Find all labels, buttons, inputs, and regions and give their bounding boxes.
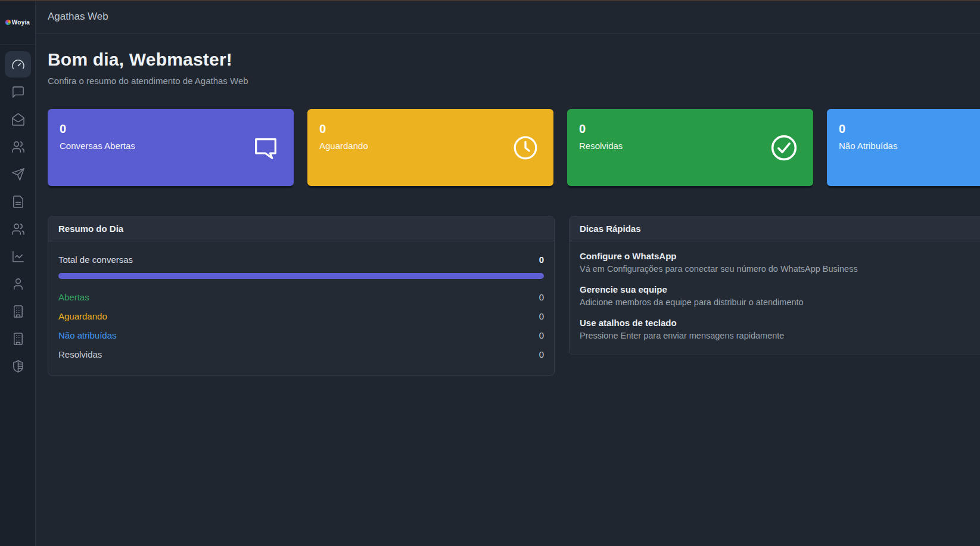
sidebar-nav	[5, 51, 31, 379]
stat-card-open-conversations[interactable]: 0 Conversas Abertas	[48, 109, 294, 186]
users-icon	[11, 222, 25, 236]
brand-logo-text: Woyia	[12, 19, 30, 26]
stat-label: Resolvidas	[579, 141, 801, 151]
stat-label: Aguardando	[319, 141, 542, 151]
gauge-icon	[11, 58, 25, 72]
tip-description: Pressione Enter para enviar mensagens ra…	[580, 331, 980, 340]
panel-title: Resumo do Dia	[48, 216, 554, 241]
envelope-open-icon	[11, 113, 25, 126]
user-icon	[11, 277, 25, 291]
users-icon	[11, 140, 25, 154]
stat-label: Não Atribuídas	[839, 141, 980, 151]
daily-summary-panel: Resumo do Dia Total de conversas 0 Abert…	[48, 216, 555, 376]
stat-card-resolved[interactable]: 0 Resolvidas	[567, 109, 813, 186]
panel-title: Dicas Rápidas	[570, 216, 980, 241]
top-header: Agathas Web	[36, 0, 980, 34]
row-label: Resolvidas	[58, 349, 102, 359]
summary-row-unassigned: Não atribuídas 0	[58, 325, 544, 345]
stat-value: 0	[319, 122, 542, 136]
row-label: Aguardando	[58, 311, 107, 321]
row-label: Não atribuídas	[58, 330, 117, 340]
tip-title: Gerencie sua equipe	[580, 284, 980, 294]
stat-value: 0	[579, 122, 801, 136]
main-content: Bom dia, Webmaster! Confira o resumo do …	[36, 34, 980, 546]
row-value: 0	[539, 349, 544, 359]
sidebar-item-security[interactable]	[5, 353, 31, 379]
sidebar: Woyia	[0, 0, 36, 546]
summary-row-resolved: Resolvidas 0	[58, 345, 544, 364]
quick-tips-body: Configure o WhatsApp Vá em Configurações…	[570, 241, 980, 355]
document-icon	[11, 195, 25, 209]
sidebar-item-company[interactable]	[5, 298, 31, 324]
greeting-block: Bom dia, Webmaster! Confira o resumo do …	[36, 34, 980, 86]
total-label: Total de conversas	[58, 255, 133, 265]
tip-configure-whatsapp: Configure o WhatsApp Vá em Configurações…	[580, 251, 980, 274]
page-title: Bom dia, Webmaster!	[48, 49, 980, 70]
logo-container: Woyia	[0, 0, 35, 45]
stat-value: 0	[839, 122, 980, 136]
conversations-progress-bar	[58, 273, 544, 279]
stat-card-waiting[interactable]: 0 Aguardando	[307, 109, 553, 186]
tip-description: Vá em Configurações para conectar seu nú…	[580, 264, 980, 274]
check-circle-icon	[769, 133, 799, 163]
panels-row: Resumo do Dia Total de conversas 0 Abert…	[48, 216, 980, 376]
account-title: Agathas Web	[48, 11, 108, 23]
brand-logo-icon	[5, 20, 11, 25]
tip-keyboard-shortcuts: Use atalhos de teclado Pressione Enter p…	[580, 318, 980, 340]
building-icon	[11, 305, 25, 318]
tip-title: Configure o WhatsApp	[580, 251, 980, 261]
sidebar-item-campaigns[interactable]	[5, 161, 31, 187]
row-label: Abertas	[58, 292, 89, 302]
sidebar-item-teams[interactable]	[5, 216, 31, 242]
window-top-edge	[0, 0, 980, 1]
row-value: 0	[539, 292, 544, 302]
stat-card-unassigned[interactable]: 0 Não Atribuídas	[827, 109, 980, 186]
summary-row-waiting: Aguardando 0	[58, 306, 544, 325]
sidebar-item-conversations[interactable]	[5, 79, 31, 105]
sidebar-item-inbox[interactable]	[5, 106, 31, 132]
sidebar-item-dashboard[interactable]	[5, 51, 31, 77]
clock-icon	[512, 134, 539, 162]
stat-cards-row: 0 Conversas Abertas 0 Aguardando 0 Resol…	[48, 109, 980, 186]
building-icon	[11, 332, 25, 346]
sidebar-item-documents[interactable]	[5, 188, 31, 215]
tip-manage-team: Gerencie sua equipe Adicione membros da …	[580, 284, 980, 307]
total-value: 0	[539, 255, 544, 265]
row-value: 0	[539, 330, 544, 340]
sidebar-item-reports[interactable]	[5, 243, 31, 269]
stat-label: Conversas Abertas	[60, 141, 282, 151]
stat-value: 0	[60, 122, 282, 136]
paper-plane-icon	[11, 167, 25, 181]
chat-bubble-icon	[11, 85, 25, 99]
quick-tips-panel: Dicas Rápidas Configure o WhatsApp Vá em…	[569, 216, 980, 355]
chat-bubble-icon	[252, 134, 279, 162]
page-subtitle: Confira o resumo do atendimento de Agath…	[48, 76, 980, 86]
total-conversations-row: Total de conversas 0	[58, 251, 544, 273]
tip-description: Adicione membros da equipe para distribu…	[580, 297, 980, 307]
shield-icon	[11, 359, 25, 373]
line-chart-icon	[11, 250, 25, 263]
summary-row-open: Abertas 0	[58, 287, 544, 306]
sidebar-item-agents[interactable]	[5, 271, 31, 297]
sidebar-item-contacts[interactable]	[5, 134, 31, 160]
tip-title: Use atalhos de teclado	[580, 318, 980, 328]
daily-summary-body: Total de conversas 0 Abertas 0 Aguardand…	[48, 241, 554, 376]
row-value: 0	[539, 311, 544, 321]
sidebar-item-departments[interactable]	[5, 325, 31, 352]
brand-logo[interactable]: Woyia	[5, 19, 30, 26]
